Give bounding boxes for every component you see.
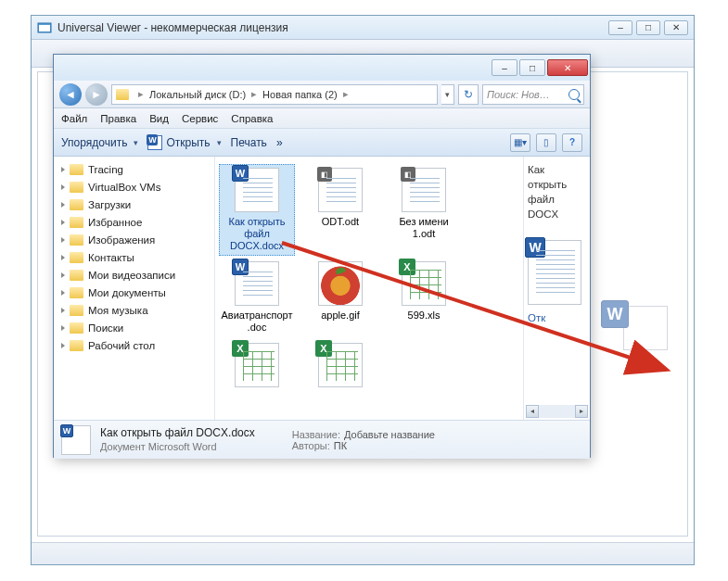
folder-icon: [70, 182, 83, 193]
organize-button[interactable]: Упорядочить: [61, 136, 138, 149]
menu-view[interactable]: Вид: [149, 113, 169, 124]
file-item[interactable]: X599.xls: [386, 258, 462, 337]
details-title-value[interactable]: Добавьте название: [344, 429, 435, 440]
file-thumbnail: X: [318, 343, 363, 387]
explorer-titlebar[interactable]: – □ ✕: [54, 55, 590, 81]
menu-edit[interactable]: Правка: [100, 113, 136, 124]
uv-close-button[interactable]: ✕: [664, 20, 688, 35]
file-name: Как открыть файл DOCX.docx: [221, 216, 293, 252]
expand-icon[interactable]: [61, 184, 65, 190]
svg-rect-1: [39, 25, 50, 32]
folder-icon: [70, 234, 83, 246]
breadcrumb-part[interactable]: Локальный диск (D:): [149, 89, 246, 100]
file-thumbnail: W: [235, 261, 279, 306]
expand-icon[interactable]: [61, 167, 65, 172]
file-item[interactable]: WКак открыть файл DOCX.docx: [219, 164, 295, 256]
word-icon: W: [60, 424, 73, 437]
preview-line2: Отк: [528, 310, 586, 325]
uv-titlebar[interactable]: Universal Viewer - некоммерческая лиценз…: [32, 16, 694, 40]
expand-icon[interactable]: [61, 308, 65, 313]
nav-back-button[interactable]: ◄: [59, 83, 82, 106]
scroll-right-button[interactable]: ▸: [575, 405, 588, 418]
tree-item[interactable]: Загрузки: [56, 196, 212, 213]
explorer-command-bar: Упорядочить Открыть Печать » ▦▾ ▯ ?: [54, 129, 590, 157]
tree-item[interactable]: Tracing: [56, 160, 212, 178]
details-authors-value[interactable]: ПК: [334, 440, 347, 451]
tree-item[interactable]: VirtualBox VMs: [56, 178, 212, 196]
tree-item[interactable]: Мои видеозаписи: [56, 266, 212, 284]
nav-forward-button[interactable]: ►: [85, 83, 108, 106]
search-icon: [568, 89, 580, 100]
search-input[interactable]: Поиск: Нов…: [482, 84, 584, 105]
tree-item[interactable]: Изображения: [56, 231, 212, 248]
uv-app-icon: [37, 20, 52, 35]
explorer-menu-bar: Файл Правка Вид Сервис Справка: [54, 108, 590, 129]
chevron-right-icon: ▸: [248, 88, 261, 100]
tree-item-label: Поиски: [88, 322, 123, 334]
scroll-left-button[interactable]: ◂: [526, 405, 539, 418]
menu-file[interactable]: Файл: [61, 113, 87, 124]
uv-title: Universal Viewer - некоммерческая лиценз…: [57, 21, 608, 34]
tree-item-label: Tracing: [88, 164, 123, 175]
breadcrumb[interactable]: ▸ Локальный диск (D:) ▸ Новая папка (2) …: [111, 84, 438, 105]
file-thumbnail: [318, 261, 363, 306]
refresh-button[interactable]: ↻: [458, 84, 479, 105]
file-thumbnail: X: [402, 261, 446, 306]
details-thumbnail: W: [61, 425, 91, 455]
file-item[interactable]: ◧Без имени 1.odt: [386, 164, 462, 256]
breadcrumb-part[interactable]: Новая папка (2): [262, 89, 338, 100]
expand-icon[interactable]: [61, 272, 65, 278]
open-button[interactable]: Открыть: [147, 135, 221, 150]
breadcrumb-dropdown[interactable]: ▾: [441, 84, 454, 105]
tree-item[interactable]: Контакты: [56, 248, 212, 266]
details-title-label: Название:: [292, 429, 340, 440]
folder-icon: [70, 199, 83, 210]
expand-icon[interactable]: [61, 343, 65, 348]
tree-item[interactable]: Моя музыка: [56, 301, 212, 319]
file-list[interactable]: WКак открыть файл DOCX.docx◧ODT.odt◧Без …: [215, 157, 523, 420]
file-name: apple.gif: [321, 309, 360, 322]
expand-icon[interactable]: [61, 237, 65, 243]
uv-window-controls: – □ ✕: [608, 20, 688, 35]
file-name: Без имени 1.odt: [388, 216, 460, 240]
word-icon: [147, 135, 162, 150]
file-item[interactable]: X: [302, 339, 378, 395]
file-item[interactable]: apple.gif: [302, 258, 378, 337]
help-button[interactable]: ?: [562, 133, 582, 152]
explorer-maximize-button[interactable]: □: [519, 59, 545, 76]
tree-item[interactable]: Рабочий стол: [56, 336, 212, 354]
search-placeholder: Поиск: Нов…: [487, 89, 550, 100]
tree-item-label: Рабочий стол: [88, 340, 155, 351]
tree-item-label: Изображения: [88, 234, 155, 246]
drag-ghost-icon: W: [601, 300, 668, 356]
view-mode-button[interactable]: ▦▾: [510, 133, 530, 152]
preview-scrollbar[interactable]: ◂ ▸: [526, 405, 588, 418]
menu-help[interactable]: Справка: [231, 113, 273, 124]
tree-item[interactable]: Избранное: [56, 213, 212, 231]
tree-item[interactable]: Поиски: [56, 319, 212, 336]
file-name: Авиатранспорт.doc: [221, 309, 293, 334]
expand-icon[interactable]: [61, 290, 65, 296]
uv-minimize-button[interactable]: –: [608, 20, 632, 35]
folder-icon: [70, 287, 83, 298]
expand-icon[interactable]: [61, 220, 65, 225]
folder-icon: [70, 340, 83, 351]
file-item[interactable]: WАвиатранспорт.doc: [219, 258, 295, 337]
expand-icon[interactable]: [61, 202, 65, 208]
file-item[interactable]: X: [219, 339, 295, 395]
uv-maximize-button[interactable]: □: [636, 20, 660, 35]
explorer-close-button[interactable]: ✕: [547, 59, 588, 76]
file-item[interactable]: ◧ODT.odt: [302, 164, 378, 256]
expand-icon[interactable]: [61, 325, 65, 331]
explorer-nav-bar: ◄ ► ▸ Локальный диск (D:) ▸ Новая папка …: [54, 81, 590, 108]
explorer-minimize-button[interactable]: –: [492, 59, 517, 76]
folder-icon: [70, 252, 83, 263]
tree-item[interactable]: Мои документы: [56, 284, 212, 301]
expand-icon[interactable]: [61, 255, 65, 260]
more-commands-button[interactable]: »: [276, 136, 283, 149]
print-button[interactable]: Печать: [231, 136, 267, 149]
preview-pane-button[interactable]: ▯: [536, 133, 556, 152]
folder-tree[interactable]: TracingVirtualBox VMsЗагрузкиИзбранноеИз…: [54, 157, 215, 420]
menu-service[interactable]: Сервис: [182, 113, 218, 124]
folder-icon: [70, 322, 83, 334]
